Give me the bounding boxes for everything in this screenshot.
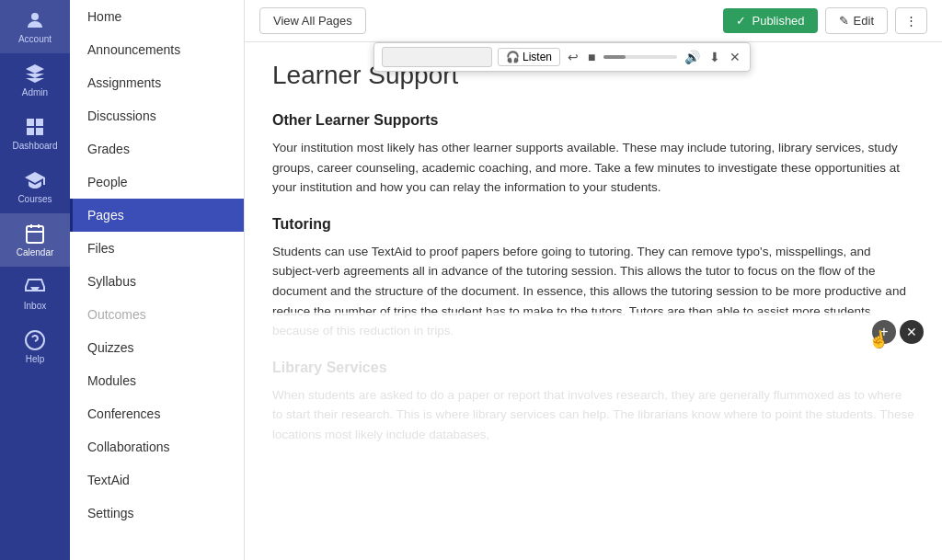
sidebar-item-courses[interactable]: Courses [0,160,70,213]
nav-item-outcomes: Outcomes [70,298,244,331]
nav-item-grades[interactable]: Grades [70,132,244,166]
tts-toolbar: 🎧 Listen ↩ ■ 🔊 ⬇ ✕ [373,42,751,72]
highlight-overlay [245,313,942,460]
svg-rect-5 [27,226,43,243]
nav-item-people[interactable]: People [70,166,244,199]
nav-sidebar: Home Announcements Assignments Discussio… [70,0,245,560]
nav-item-syllabus[interactable]: Syllabus [70,265,244,298]
tts-progress-fill [603,55,626,59]
top-bar: View All Pages ✓ Published ✎ Edit ⋮ [245,0,942,42]
tts-volume-button[interactable]: 🔊 [683,48,702,66]
section-heading-other: Other Learner Supports [272,112,914,129]
nav-item-announcements[interactable]: Announcements [70,33,244,66]
svg-point-0 [31,13,39,20]
tts-url-input[interactable] [382,47,492,67]
more-options-button[interactable]: ⋮ [895,7,927,34]
tts-download-button[interactable]: ⬇ [707,48,722,66]
svg-rect-3 [27,128,34,135]
sidebar-item-admin[interactable]: Admin [0,53,70,107]
svg-rect-1 [27,119,34,126]
nav-item-home[interactable]: Home [70,0,244,33]
headphone-icon: 🎧 [506,51,520,63]
sidebar-item-calendar[interactable]: Calendar [0,213,70,267]
published-button[interactable]: ✓ Published [723,8,817,33]
svg-rect-2 [36,119,43,126]
top-bar-left: View All Pages [259,7,366,34]
check-icon: ✓ [736,14,746,28]
nav-item-textaid[interactable]: TextAid [70,463,244,497]
sidebar-item-account[interactable]: Account [0,0,70,53]
pencil-icon: ✎ [839,14,849,28]
view-all-pages-button[interactable]: View All Pages [259,7,366,34]
nav-item-quizzes[interactable]: Quizzes [70,331,244,364]
section-text-other: Your institution most likely has other l… [272,138,914,198]
nav-item-settings[interactable]: Settings [70,497,244,530]
nav-item-collaborations[interactable]: Collaborations [70,430,244,463]
sidebar-item-dashboard[interactable]: Dashboard [0,107,70,160]
tts-close-button[interactable]: ✕ [728,48,742,66]
nav-item-assignments[interactable]: Assignments [70,66,244,99]
close-circle-button[interactable]: ✕ [900,320,924,344]
sidebar-item-inbox[interactable]: Inbox [0,267,70,320]
svg-rect-4 [36,128,43,135]
nav-item-files[interactable]: Files [70,232,244,265]
tts-progress-bar [603,55,677,59]
nav-item-pages[interactable]: Pages [70,199,244,232]
cursor-icon: ☝ [867,327,890,350]
nav-item-discussions[interactable]: Discussions [70,99,244,132]
sidebar-item-help[interactable]: Help [0,320,70,373]
top-bar-right: ✓ Published ✎ Edit ⋮ [723,7,927,34]
edit-button[interactable]: ✎ Edit [825,7,888,34]
main-content: View All Pages ✓ Published ✎ Edit ⋮ 🎧 Li… [245,0,942,560]
tts-replay-button[interactable]: ↩ [566,48,580,66]
nav-item-modules[interactable]: Modules [70,364,244,397]
tts-stop-button[interactable]: ■ [586,48,597,66]
icon-sidebar: Account Admin Dashboard Courses Calendar… [0,0,70,560]
nav-item-conferences[interactable]: Conferences [70,397,244,430]
section-heading-tutoring: Tutoring [272,216,914,233]
tts-listen-button[interactable]: 🎧 Listen [498,48,560,66]
